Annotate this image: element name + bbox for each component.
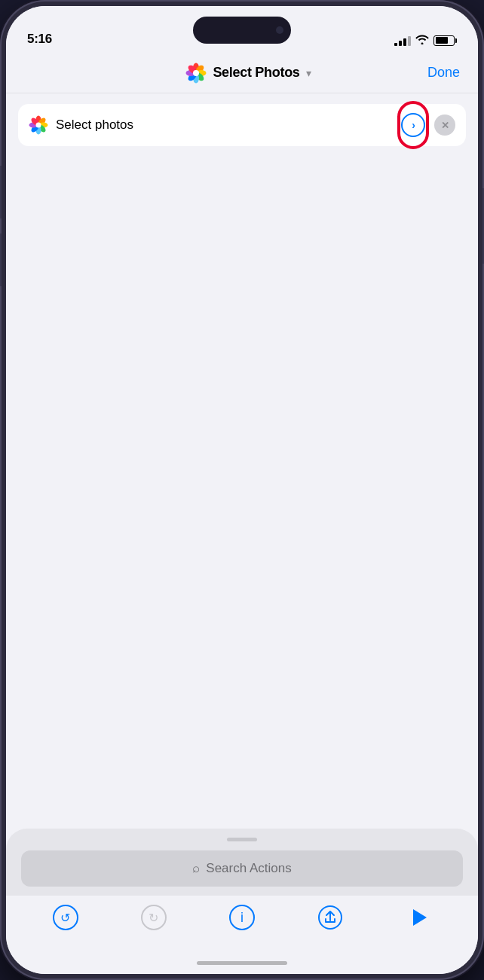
svg-point-8 <box>193 70 199 76</box>
arrow-circle-button[interactable]: › <box>401 113 425 137</box>
status-time: 5:16 <box>27 32 52 47</box>
info-icon: i <box>240 910 244 926</box>
close-icon: ✕ <box>441 120 449 131</box>
content-area: Select photos › ✕ <box>6 93 478 829</box>
photos-flower-nav-icon <box>185 63 207 84</box>
signal-icon <box>394 35 411 46</box>
share-icon <box>318 905 342 930</box>
nav-done-button[interactable]: Done <box>427 65 460 81</box>
nav-chevron-icon: ▾ <box>306 67 311 79</box>
info-button[interactable]: i <box>225 901 259 934</box>
phone-frame: 5:16 <box>0 0 484 980</box>
home-indicator <box>6 951 478 974</box>
arrow-right-icon: › <box>412 119 415 131</box>
nav-bar: Select Photos ▾ Done <box>6 53 478 93</box>
undo-icon: ↺ <box>60 911 70 925</box>
clear-button[interactable]: ✕ <box>434 114 455 136</box>
volume-up-button[interactable] <box>0 166 2 218</box>
share-button[interactable] <box>314 901 347 934</box>
bottom-panel: ⌕ Search Actions <box>6 829 478 896</box>
nav-title: Select Photos <box>213 65 299 81</box>
status-icons <box>394 34 457 47</box>
wifi-icon <box>415 34 429 47</box>
dynamic-island <box>193 17 291 44</box>
redo-icon: ↻ <box>149 911 158 925</box>
search-actions-bar[interactable]: ⌕ Search Actions <box>21 850 463 887</box>
camera-dot <box>276 26 283 34</box>
search-actions-label: Search Actions <box>206 861 291 876</box>
action-row: Select photos › ✕ <box>18 104 466 146</box>
bottom-handle <box>227 838 257 841</box>
volume-down-button[interactable] <box>0 234 2 286</box>
nav-title-area[interactable]: Select Photos ▾ <box>185 63 311 84</box>
undo-icon-circle: ↺ <box>53 905 78 930</box>
play-button[interactable] <box>402 901 435 934</box>
search-icon: ⌕ <box>192 861 200 876</box>
screen: 5:16 <box>6 6 478 974</box>
battery-icon <box>433 35 457 46</box>
arrow-button-wrapper: › <box>400 105 427 145</box>
redo-button[interactable]: ↻ <box>137 901 170 934</box>
photos-flower-action-icon <box>29 115 48 135</box>
action-label: Select photos <box>56 118 392 133</box>
redo-icon-circle: ↻ <box>141 905 167 930</box>
play-icon <box>413 909 427 926</box>
undo-button[interactable]: ↺ <box>49 901 82 934</box>
info-icon-circle: i <box>229 905 255 930</box>
bottom-toolbar: ↺ ↻ i <box>6 896 478 951</box>
home-bar <box>197 961 287 965</box>
svg-point-17 <box>36 123 41 128</box>
